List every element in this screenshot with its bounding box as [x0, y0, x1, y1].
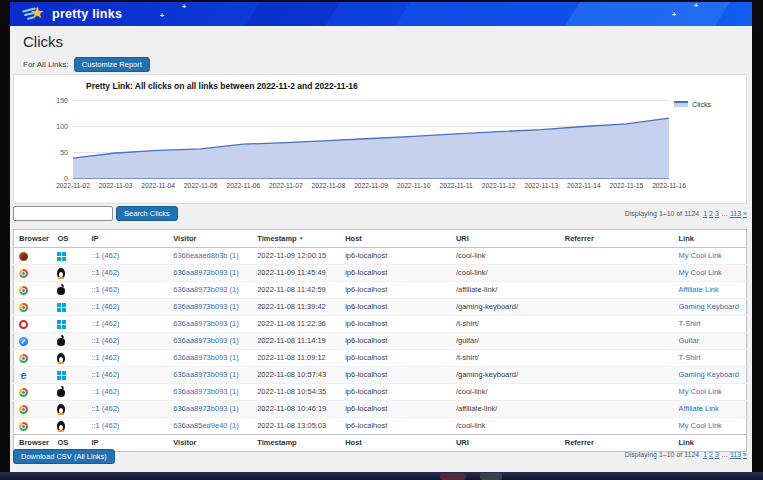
- pretty-link[interactable]: Gaming Keyboard: [678, 302, 738, 311]
- pretty-link[interactable]: Guitar: [678, 336, 698, 345]
- page-link-1[interactable]: 1: [703, 210, 707, 217]
- page-link-last[interactable]: 113: [730, 210, 741, 217]
- column-header-referrer[interactable]: Referrer: [560, 230, 674, 248]
- footer-column-uri: URI: [451, 435, 560, 452]
- clicks-area-chart: 0501001502022-11-022022-11-032022-11-042…: [14, 75, 746, 203]
- visitor-link[interactable]: 636aa8973b093 (1): [173, 404, 238, 413]
- windows-os-icon: [57, 303, 66, 312]
- page-title: Clicks: [23, 33, 63, 50]
- visitor-link[interactable]: 636aa8973b093 (1): [173, 268, 238, 277]
- svg-text:Clicks: Clicks: [692, 100, 712, 109]
- column-header-visitor[interactable]: Visitor: [168, 230, 252, 248]
- page-link-2[interactable]: 2: [709, 451, 713, 458]
- uri-value: /cool-link/: [456, 268, 488, 277]
- pretty-link[interactable]: Affiliate Link: [678, 404, 718, 413]
- page-link-3[interactable]: 3: [715, 210, 719, 217]
- svg-text:2022-11-12: 2022-11-12: [482, 182, 516, 189]
- ip-link[interactable]: ::1 (462): [91, 387, 119, 396]
- customize-report-button[interactable]: Customize Report: [74, 57, 150, 72]
- column-header-browser[interactable]: Browser: [14, 230, 53, 248]
- page-link-last[interactable]: 113: [730, 451, 741, 458]
- pagination-top: Displaying 1–10 of 1124 123…113»: [625, 210, 747, 217]
- windows-os-icon: [57, 252, 66, 261]
- ip-link[interactable]: ::1 (462): [91, 268, 119, 277]
- pretty-link[interactable]: My Cool Link: [678, 251, 721, 260]
- ip-link[interactable]: ::1 (462): [91, 285, 119, 294]
- visitor-link[interactable]: 636aa8973b093 (1): [173, 302, 238, 311]
- click-row: ::1 (462)636beaaed8b3b (1)2022-11-09 12:…: [14, 248, 747, 265]
- chrome-browser-icon: [19, 269, 28, 278]
- pretty-link[interactable]: Affiliate Link: [678, 285, 718, 294]
- ip-link[interactable]: ::1 (462): [91, 404, 119, 413]
- column-header-host[interactable]: Host: [340, 230, 451, 248]
- ip-link[interactable]: ::1 (462): [91, 421, 119, 430]
- timestamp-value: 2022-11-08 10:54:35: [257, 387, 326, 396]
- column-header-os[interactable]: OS: [52, 230, 86, 248]
- ip-link[interactable]: ::1 (462): [91, 302, 119, 311]
- host-value: ip6-localhost: [345, 404, 387, 413]
- apple-os-icon: [57, 338, 65, 346]
- ip-link[interactable]: ::1 (462): [91, 370, 119, 379]
- host-value: ip6-localhost: [345, 387, 387, 396]
- screen-edge-right: [752, 0, 763, 480]
- column-header-ip[interactable]: IP: [86, 230, 168, 248]
- timestamp-value: 2022-11-08 11:39:42: [257, 302, 326, 311]
- uri-value: /cool-link: [456, 251, 486, 260]
- svg-text:50: 50: [60, 149, 68, 156]
- visitor-link[interactable]: 636aa8973b093 (1): [173, 387, 238, 396]
- pretty-link[interactable]: My Cool Link: [678, 387, 721, 396]
- click-row: ::1 (462)636aa8973b093 (1)2022-11-08 11:…: [14, 282, 747, 299]
- sparkle-icon: +: [160, 12, 164, 19]
- banner-decoration: [553, 2, 738, 26]
- search-clicks-button[interactable]: Search Clicks: [116, 206, 178, 221]
- linux-os-icon: [57, 421, 65, 431]
- svg-text:2022-11-14: 2022-11-14: [567, 182, 601, 189]
- ip-link[interactable]: ::1 (462): [91, 353, 119, 362]
- next-page-link[interactable]: »: [743, 210, 747, 217]
- page-link-1[interactable]: 1: [703, 451, 707, 458]
- visitor-link[interactable]: 636aa85ed9e40 (1): [173, 421, 238, 430]
- star-icon: ★: [30, 3, 44, 22]
- visitor-link[interactable]: 636aa8973b093 (1): [173, 353, 238, 362]
- pretty-link[interactable]: My Cool Link: [678, 421, 721, 430]
- footer-column-referrer: Referrer: [560, 435, 674, 452]
- visitor-link[interactable]: 636aa8973b093 (1): [173, 336, 238, 345]
- next-page-link[interactable]: »: [743, 451, 747, 458]
- taskbar-item: [440, 473, 466, 480]
- column-header-timestamp[interactable]: Timestamp▼: [252, 230, 340, 248]
- page-link-2[interactable]: 2: [709, 210, 713, 217]
- safari-browser-icon: [19, 337, 28, 346]
- host-value: ip6-localhost: [345, 251, 387, 260]
- pretty-link[interactable]: Gaming Keyboard: [678, 370, 738, 379]
- visitor-link[interactable]: 636aa8973b093 (1): [173, 370, 238, 379]
- svg-text:2022-11-08: 2022-11-08: [312, 182, 346, 189]
- uri-value: /cool-link/: [456, 387, 488, 396]
- uri-value: /affiliate-link/: [456, 404, 498, 413]
- visitor-link[interactable]: 636aa8973b093 (1): [173, 285, 238, 294]
- pretty-link[interactable]: T-Shirt: [678, 319, 700, 328]
- windows-os-icon: [57, 320, 66, 329]
- ip-link[interactable]: ::1 (462): [91, 336, 119, 345]
- click-row: ::1 (462)636aa8973b093 (1)2022-11-08 11:…: [14, 350, 747, 367]
- svg-text:2022-11-11: 2022-11-11: [440, 182, 473, 189]
- table-header: BrowserOSIPVisitorTimestamp▼HostURIRefer…: [14, 230, 747, 248]
- search-input[interactable]: [13, 206, 113, 221]
- linux-os-icon: [57, 404, 65, 414]
- firefox-browser-icon: [19, 252, 28, 261]
- visitor-link[interactable]: 636beaaed8b3b (1): [173, 251, 238, 260]
- linux-os-icon: [57, 353, 65, 363]
- pretty-links-banner: + + + + ★ pretty links: [10, 2, 752, 26]
- visitor-link[interactable]: 636aa8973b093 (1): [173, 319, 238, 328]
- displaying-count: Displaying 1–10 of 1124: [625, 451, 700, 458]
- sparkle-icon: +: [672, 11, 676, 18]
- pretty-link[interactable]: My Cool Link: [678, 268, 721, 277]
- page-link-3[interactable]: 3: [715, 451, 719, 458]
- ip-link[interactable]: ::1 (462): [91, 251, 119, 260]
- svg-text:2022-11-09: 2022-11-09: [354, 182, 388, 189]
- chrome-browser-icon: [19, 388, 28, 397]
- pretty-link[interactable]: T-Shirt: [678, 353, 700, 362]
- column-header-uri[interactable]: URI: [451, 230, 560, 248]
- ip-link[interactable]: ::1 (462): [91, 319, 119, 328]
- column-header-link[interactable]: Link: [673, 230, 746, 248]
- download-csv-button[interactable]: Download CSV (All Links): [13, 449, 115, 464]
